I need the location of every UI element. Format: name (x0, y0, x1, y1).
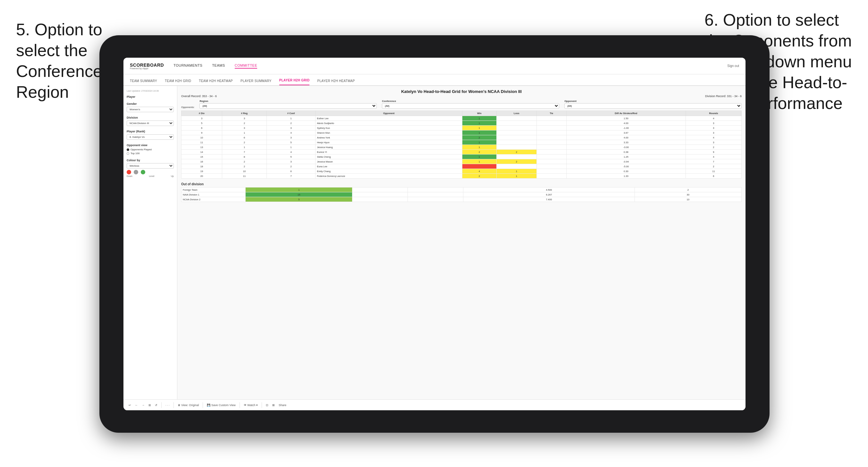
legend-level: Level (149, 175, 155, 177)
tab-team-h2h-heatmap[interactable]: TEAM H2H HEATMAP (199, 79, 233, 85)
toolbar-view-original[interactable]: 🖥 View: Original (178, 404, 199, 407)
th-rounds: Rounds (686, 111, 741, 116)
ood-win: 15 (246, 192, 352, 197)
logo-text: SCOREBOARD (130, 62, 164, 68)
toolbar-back[interactable]: ← (135, 404, 138, 407)
data-area: Katelyn Vo Head-to-Head Grid for Women's… (177, 86, 745, 399)
ood-row: NCAA Division 2 5 7.400 10 (182, 197, 742, 202)
sidebar-division-section: Division NCAA Division III (127, 116, 174, 126)
sidebar-player-rank-select[interactable]: 8. Katelyn Vo (127, 134, 174, 140)
sidebar-division-select[interactable]: NCAA Division III (127, 121, 174, 126)
th-diff: Diff Av Strokes/Rnd (566, 111, 686, 116)
td-reg: 6 (222, 135, 267, 140)
td-div: 14 (182, 150, 222, 155)
td-conf: 1 (267, 145, 315, 150)
td-conf: 6 (267, 169, 315, 174)
sidebar-colour-select[interactable]: Win/loss (127, 163, 174, 168)
toolbar-watch[interactable]: 👁 Watch ▾ (244, 404, 258, 407)
td-loss (496, 116, 536, 121)
td-opponent: Heejo Hyun (315, 140, 462, 145)
tab-player-h2h-heatmap[interactable]: PLAYER H2H HEATMAP (317, 79, 354, 85)
td-div: 5 (182, 121, 222, 126)
sidebar-player-label: Player (127, 95, 174, 98)
opponent-filter-label: Opponent (564, 100, 742, 102)
td-conf: 2 (267, 164, 315, 169)
table-row: 1585 Stella Cheng 1 1.254 (182, 155, 742, 159)
toolbar-refresh[interactable]: ↺ (155, 404, 157, 407)
table-row: 1822 Euna Lee -5.002 (182, 164, 742, 169)
td-conf: 3 (267, 159, 315, 164)
nav-sign-out[interactable]: Sign out (727, 64, 739, 68)
td-reg: 3 (222, 116, 267, 121)
td-reg: 11 (222, 174, 267, 179)
td-win: 1 (462, 126, 496, 130)
nav-teams[interactable]: TEAMS (212, 63, 225, 69)
td-reg: 8 (222, 155, 267, 159)
td-div: 11 (182, 140, 222, 145)
td-win: 2 (462, 135, 496, 140)
table-row: 19106 Emily Chang 41 0.3011 (182, 169, 742, 174)
radio-top100[interactable]: Top 100 (127, 152, 174, 155)
sidebar-radio-group: Opponents Played Top 100 (127, 148, 174, 155)
toolbar-dots[interactable]: · · · (165, 404, 169, 407)
table-row: 1474 Eunice Yi 22 0.389 (182, 150, 742, 155)
nav-tournaments[interactable]: TOURNAMENTS (174, 63, 202, 69)
radio-label-opponents: Opponents Played (130, 148, 152, 151)
sidebar-gender-select[interactable]: Women's (127, 107, 174, 112)
radio-opponents-played[interactable]: Opponents Played (127, 148, 174, 151)
td-opponent: Eunice Yi (315, 150, 462, 155)
td-win: 1 (462, 145, 496, 150)
opponent-filter: Opponent (All) (564, 100, 742, 108)
opponent-filter-select[interactable]: (All) (564, 103, 742, 108)
conference-filter-select[interactable]: (All) (382, 103, 559, 108)
sidebar-opponent-view-section: Opponent view Opponents Played Top 100 (127, 144, 174, 155)
colour-legend (127, 170, 174, 174)
region-filter-select[interactable]: (All) (199, 103, 377, 108)
toolbar-save-custom[interactable]: 💾 Save Custom View (207, 404, 235, 407)
table-row: 1311 Jessica Huang 1 -3.002 (182, 145, 742, 150)
toolbar-share-icon2[interactable]: ⊠ (272, 404, 275, 407)
td-opponent: Esther Lee (315, 116, 462, 121)
region-filter-label: Region (199, 100, 377, 102)
tab-team-summary[interactable]: TEAM SUMMARY (130, 79, 157, 85)
toolbar-undo[interactable]: ↩ (129, 404, 131, 407)
td-opponent: Andrea York (315, 135, 462, 140)
ood-loss (352, 187, 408, 192)
tab-player-summary[interactable]: PLAYER SUMMARY (241, 79, 272, 85)
sidebar-gender-section: Gender Women's (127, 102, 174, 112)
sidebar: Last Updated: 27/03/2024 16:36 Player Ge… (123, 86, 177, 399)
toolbar-share-icon1[interactable]: ⊡ (266, 404, 268, 407)
ood-loss (352, 197, 408, 202)
bottom-toolbar: ↩ ← → ⊞ ↺ · · · 🖥 View: Original 💾 Save … (123, 399, 745, 410)
logo-sub: Powered by clippd (130, 67, 164, 69)
toolbar-forward[interactable]: → (142, 404, 145, 407)
td-opponent: Euna Lee (315, 164, 462, 169)
td-tie (536, 169, 566, 174)
ood-opponent: Foreign Team (182, 187, 246, 192)
td-reg: 2 (222, 159, 267, 164)
toolbar-grid[interactable]: ⊞ (149, 404, 151, 407)
sidebar-player-rank-section: Player (Rank) 8. Katelyn Vo (127, 130, 174, 140)
nav-committee[interactable]: COMMITTEE (235, 63, 257, 69)
td-loss: 2 (496, 150, 536, 155)
td-opponent: Sydney Kuo (315, 126, 462, 130)
td-reg: 10 (222, 169, 267, 174)
td-reg: 1 (222, 130, 267, 135)
td-opponent: Alexis Sudjianto (315, 121, 462, 126)
td-diff: 3.67 (566, 130, 686, 135)
td-tie (536, 135, 566, 140)
main-table: # Div # Reg # Conf Opponent Win Loss Tie… (181, 111, 742, 179)
data-title: Katelyn Vo Head-to-Head Grid for Women's… (181, 89, 742, 94)
toolbar-share[interactable]: Share (279, 404, 286, 407)
td-reg: 7 (222, 150, 267, 155)
tab-team-h2h-grid[interactable]: TEAM H2H GRID (165, 79, 191, 85)
td-rounds: 2 (686, 145, 741, 150)
main-content: Last Updated: 27/03/2024 16:36 Player Ge… (123, 86, 745, 399)
td-rounds: 3 (686, 130, 741, 135)
tablet-screen: SCOREBOARD Powered by clippd TOURNAMENTS… (123, 58, 745, 410)
td-conf: 5 (267, 140, 315, 145)
tab-player-h2h-grid[interactable]: PLAYER H2H GRID (279, 79, 310, 85)
td-diff: 1.25 (566, 155, 686, 159)
td-diff: -5.00 (566, 164, 686, 169)
td-rounds: 7 (686, 159, 741, 164)
